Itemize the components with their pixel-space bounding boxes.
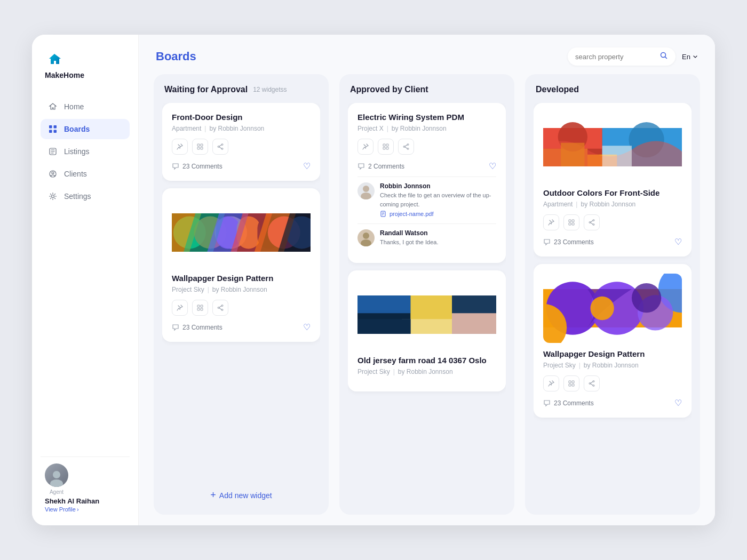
like-button[interactable]: ♡ bbox=[674, 398, 682, 408]
like-button[interactable]: ♡ bbox=[489, 161, 496, 171]
svg-point-44 bbox=[361, 193, 371, 199]
chat-avatar-randall bbox=[357, 229, 375, 246]
pin-button[interactable] bbox=[357, 139, 374, 155]
card-title: Outdoor Colors For Front-Side bbox=[543, 188, 682, 197]
column-approved: Approved by Client Electric Wiring Syste… bbox=[339, 74, 514, 515]
svg-point-43 bbox=[363, 186, 369, 192]
share-button[interactable] bbox=[398, 139, 414, 155]
card-image-paint bbox=[543, 113, 682, 182]
logo-text: MakeHome bbox=[45, 71, 84, 79]
card-footer: 23 Comments ♡ bbox=[172, 161, 311, 171]
sidebar: MakeHome Home bbox=[32, 35, 139, 525]
app-container: MakeHome Home bbox=[32, 35, 715, 525]
sidebar-item-home[interactable]: Home bbox=[41, 97, 130, 117]
column-waiting: Waiting for Approval 12 widgetss Front-D… bbox=[154, 74, 329, 515]
comment-icon bbox=[543, 238, 551, 246]
grid-button[interactable] bbox=[192, 139, 208, 155]
svg-rect-30 bbox=[201, 305, 203, 307]
svg-point-7 bbox=[52, 172, 54, 174]
card-actions bbox=[543, 214, 682, 230]
svg-point-46 bbox=[363, 233, 369, 239]
chat-text: Thanks, I got the Idea. bbox=[380, 238, 496, 247]
card-meta: Project Sky | by Robbin Jonnson bbox=[357, 368, 496, 375]
comment-icon bbox=[172, 324, 179, 331]
svg-rect-4 bbox=[54, 130, 57, 133]
view-profile-link[interactable]: View Profile › bbox=[45, 506, 79, 513]
comment-count: 23 Comments bbox=[543, 238, 594, 246]
sidebar-item-boards[interactable]: Boards bbox=[41, 119, 130, 139]
pin-button[interactable] bbox=[543, 375, 559, 391]
home-icon bbox=[48, 102, 58, 111]
svg-rect-66 bbox=[572, 223, 574, 225]
sidebar-item-clients-label: Clients bbox=[64, 170, 87, 178]
column-header-waiting: Waiting for Approval 12 widgetss bbox=[162, 85, 320, 94]
user-badge: Agent bbox=[45, 489, 68, 495]
column-title-waiting: Waiting for Approval bbox=[164, 85, 248, 94]
card-actions bbox=[357, 139, 496, 155]
grid-button[interactable] bbox=[563, 375, 579, 391]
top-bar: Boards En bbox=[139, 35, 715, 74]
language-selector[interactable]: En bbox=[682, 53, 698, 61]
card-oslo: Old jersey farm road 14 0367 Oslo Projec… bbox=[348, 270, 506, 391]
add-widget-button[interactable]: + Add new widget bbox=[162, 482, 320, 508]
card-title: Front-Door Design bbox=[172, 113, 311, 122]
chat-name: Robbin Jonnson bbox=[380, 182, 496, 190]
pin-button[interactable] bbox=[172, 139, 188, 155]
svg-point-9 bbox=[53, 471, 60, 478]
card-wallpaper-1: Wallpapger Design Pattern Project Sky | … bbox=[162, 188, 320, 342]
column-header-developed: Developed bbox=[534, 85, 692, 94]
svg-point-47 bbox=[361, 239, 371, 246]
card-outdoor-colors: Outdoor Colors For Front-Side Apartment … bbox=[534, 103, 692, 257]
user-area: Agent Shekh Al Raihan View Profile › bbox=[41, 457, 130, 513]
grid-button[interactable] bbox=[563, 214, 579, 230]
like-button[interactable]: ♡ bbox=[303, 322, 311, 332]
pin-button[interactable] bbox=[172, 300, 188, 316]
chat-file[interactable]: project-name.pdf bbox=[380, 211, 496, 217]
svg-rect-1 bbox=[49, 125, 52, 129]
svg-rect-36 bbox=[383, 144, 385, 146]
column-title-approved: Approved by Client bbox=[350, 85, 428, 94]
column-title-developed: Developed bbox=[536, 85, 579, 94]
card-meta: Apartment | by Robbin Jonnson bbox=[172, 125, 311, 132]
sidebar-item-settings[interactable]: Settings bbox=[41, 186, 130, 206]
sidebar-item-clients[interactable]: Clients bbox=[41, 164, 130, 184]
share-button[interactable] bbox=[212, 300, 228, 316]
grid-button[interactable] bbox=[192, 300, 208, 316]
like-button[interactable]: ♡ bbox=[303, 161, 311, 171]
svg-rect-29 bbox=[197, 305, 200, 307]
chat-message-1: Robbin Jonnson Check the file to get an … bbox=[357, 182, 496, 217]
svg-rect-3 bbox=[49, 130, 52, 133]
svg-rect-63 bbox=[569, 220, 571, 222]
svg-rect-39 bbox=[386, 147, 388, 149]
user-name: Shekh Al Raihan bbox=[45, 497, 99, 505]
listings-icon bbox=[48, 147, 58, 156]
share-button[interactable] bbox=[584, 214, 600, 230]
grid-button[interactable] bbox=[378, 139, 394, 155]
sidebar-item-listings[interactable]: Listings bbox=[41, 141, 130, 162]
svg-rect-81 bbox=[572, 384, 574, 386]
comment-icon bbox=[357, 163, 365, 170]
card-footer: 2 Comments ♡ bbox=[357, 161, 496, 171]
card-footer: 23 Comments ♡ bbox=[543, 237, 682, 247]
card-actions bbox=[172, 139, 311, 155]
share-button[interactable] bbox=[212, 139, 228, 155]
clients-icon bbox=[48, 169, 58, 179]
card-title: Old jersey farm road 14 0367 Oslo bbox=[357, 356, 496, 365]
card-image-geo bbox=[172, 198, 311, 267]
search-input[interactable] bbox=[575, 53, 655, 61]
card-footer: 23 Comments ♡ bbox=[172, 322, 311, 332]
sidebar-item-home-label: Home bbox=[64, 102, 84, 111]
svg-rect-79 bbox=[572, 381, 574, 383]
sidebar-item-boards-label: Boards bbox=[64, 125, 90, 133]
settings-icon bbox=[48, 191, 58, 201]
like-button[interactable]: ♡ bbox=[674, 237, 682, 247]
svg-rect-32 bbox=[201, 308, 203, 310]
chevron-down-icon bbox=[693, 54, 698, 59]
svg-point-10 bbox=[50, 479, 63, 487]
column-header-approved: Approved by Client bbox=[348, 85, 506, 94]
top-right: En bbox=[568, 47, 698, 66]
pin-button[interactable] bbox=[543, 214, 559, 230]
share-button[interactable] bbox=[584, 375, 600, 391]
column-badge-waiting: 12 widgetss bbox=[253, 86, 287, 93]
search-icon[interactable] bbox=[659, 51, 668, 62]
